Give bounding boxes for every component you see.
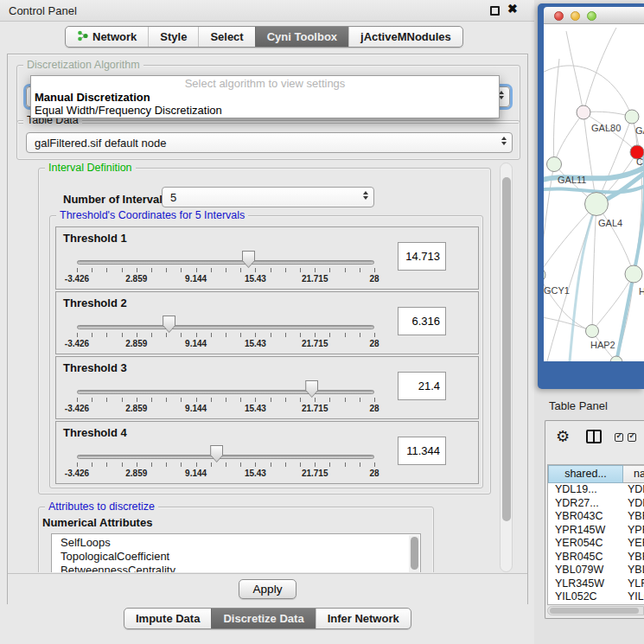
- apply-button[interactable]: Apply: [239, 579, 297, 599]
- node-h[interactable]: [625, 265, 642, 283]
- slider-track[interactable]: [77, 455, 374, 459]
- table-row[interactable]: YLR345WYLR345W: [548, 577, 644, 591]
- numerical-attributes-label: Numerical Attributes: [42, 516, 152, 529]
- column-header-name[interactable]: name: [623, 465, 644, 483]
- numerical-attributes-list[interactable]: SelfLoops TopologicalCoefficient Between…: [51, 533, 421, 572]
- number-of-intervals-combobox[interactable]: 5: [162, 187, 374, 207]
- scrollbar-thumb[interactable]: [550, 608, 639, 614]
- float-window-icon[interactable]: [490, 6, 500, 16]
- slider-thumb[interactable]: [210, 445, 223, 462]
- tab-network[interactable]: Network: [66, 27, 148, 47]
- threshold-3-value-field[interactable]: [398, 372, 446, 400]
- node-label: H: [639, 286, 644, 296]
- number-of-intervals-value: 5: [170, 191, 176, 204]
- table-row[interactable]: YPR145WYPR145W: [548, 524, 644, 538]
- slider-track[interactable]: [77, 390, 374, 394]
- slider-thumb[interactable]: [305, 380, 318, 398]
- select-all-checkbox-icon[interactable]: [628, 433, 636, 442]
- zoom-traffic-light-icon[interactable]: [587, 11, 596, 21]
- network-view-window[interactable]: GAL80 GA GAL11 GAL4 GCY1 H HAP2 C: [538, 3, 644, 389]
- node-hap2[interactable]: [586, 325, 599, 338]
- threshold-2-value-field[interactable]: [398, 307, 446, 335]
- close-icon[interactable]: ✖: [507, 2, 518, 16]
- tick-label: 9.144: [185, 469, 207, 478]
- close-traffic-light-icon[interactable]: [554, 11, 564, 21]
- tick-label: 21.715: [302, 469, 328, 478]
- threshold-1-panel: Threshold 1 -3.426 2.859 9.144 15.43 21.…: [55, 226, 479, 290]
- node-attribute-table: shared... name YDL19...YDL19 YDR27...YDR…: [547, 464, 644, 605]
- threshold-2-panel: Threshold 2 -3.426 2.859 9.144 15.43 21.…: [55, 291, 479, 354]
- table-data-combobox[interactable]: galFiltered.sif default node: [26, 132, 513, 153]
- network-window-titlebar[interactable]: [544, 7, 644, 24]
- threshold-4-value-field[interactable]: [398, 437, 446, 465]
- node-gal11[interactable]: [547, 157, 562, 172]
- tick-label: -3.426: [65, 274, 89, 284]
- column-header-shared-name[interactable]: shared...: [548, 465, 623, 483]
- network-graph: GAL80 GA GAL11 GAL4 GCY1 H HAP2 C: [544, 24, 644, 361]
- table-row[interactable]: YBR043CYBR043C: [548, 510, 644, 524]
- minimize-traffic-light-icon[interactable]: [571, 11, 580, 21]
- list-item[interactable]: BetweennessCentrality: [52, 564, 420, 572]
- tick-label: 2.859: [125, 274, 147, 284]
- tick-label: 2.859: [125, 404, 147, 413]
- threshold-4-label: Threshold 4: [63, 426, 127, 439]
- node-ga[interactable]: [625, 110, 639, 124]
- tab-discretize-data[interactable]: Discretize Data: [211, 609, 315, 628]
- table-row[interactable]: YIL052CYIL052C: [548, 590, 644, 604]
- tab-jactivemnodules[interactable]: jActiveMNodules: [348, 27, 462, 47]
- node-gal4[interactable]: [585, 193, 609, 216]
- tab-style[interactable]: Style: [148, 27, 198, 47]
- list-item[interactable]: TopologicalCoefficient: [52, 550, 420, 564]
- tab-select[interactable]: Select: [198, 27, 254, 47]
- settings-scrollbar[interactable]: [500, 163, 513, 572]
- network-canvas[interactable]: GAL80 GA GAL11 GAL4 GCY1 H HAP2 C: [544, 24, 644, 361]
- control-panel-header: Control Panel ✖: [0, 0, 534, 22]
- network-node-labels: GAL80 GA GAL11 GAL4 GCY1 H HAP2 C: [544, 123, 644, 350]
- table-row[interactable]: YER054CYER054C: [548, 537, 644, 551]
- node-gal80[interactable]: [577, 105, 590, 119]
- table-row[interactable]: YDR27...YDR27: [548, 497, 644, 511]
- scrollbar-thumb[interactable]: [502, 177, 511, 521]
- tick-label: -3.426: [65, 469, 89, 478]
- dropdown-item-equal-width-frequency[interactable]: Equal Width/Frequency Discretization: [31, 104, 499, 117]
- node-label: HAP2: [590, 340, 615, 350]
- table-row[interactable]: YBR045CYBR045C: [548, 551, 644, 564]
- control-panel-title: Control Panel: [9, 0, 77, 22]
- list-scrollbar[interactable]: [409, 535, 419, 572]
- threshold-1-value-field[interactable]: [398, 242, 446, 271]
- tick-label: 15.43: [245, 274, 266, 284]
- list-item[interactable]: SelfLoops: [52, 534, 420, 550]
- table-row[interactable]: YBL079WYBL079W: [548, 564, 644, 577]
- tick-label: 21.715: [302, 404, 328, 413]
- tab-impute-data[interactable]: Impute Data: [124, 609, 211, 628]
- tab-network-label: Network: [92, 30, 137, 43]
- table-row[interactable]: YDL19...YDL19: [548, 483, 644, 497]
- tab-cyni-toolbox[interactable]: Cyni Toolbox: [255, 27, 348, 47]
- slider-thumb[interactable]: [242, 251, 255, 268]
- tick-label: 21.715: [302, 274, 328, 284]
- node-gcy1[interactable]: [544, 268, 545, 282]
- slider-track[interactable]: [77, 260, 374, 265]
- select-columns-checkbox-icon[interactable]: [615, 433, 623, 442]
- dropdown-item-manual-discretization[interactable]: Manual Discretization: [31, 91, 499, 104]
- tick-label: 28: [369, 274, 379, 284]
- slider-track[interactable]: [77, 325, 374, 329]
- tick-label: 9.144: [185, 339, 207, 348]
- table-panel-title: Table Panel: [549, 399, 608, 412]
- node-label: GAL80: [591, 123, 621, 133]
- slider-thumb[interactable]: [163, 316, 175, 333]
- settings-scroll-area: Interval Definition Number of Intervals …: [12, 163, 498, 572]
- tick-label: 15.43: [245, 469, 266, 478]
- tick-label: 2.859: [125, 339, 147, 348]
- gear-icon[interactable]: ⚙: [556, 427, 570, 446]
- column-layout-icon[interactable]: [586, 430, 602, 443]
- dropdown-hint: Select algorithm to view settings: [31, 76, 499, 91]
- table-data-selected-value: galFiltered.sif default node: [35, 137, 166, 150]
- threshold-coordinates-group: Threshold's Coordinates for 5 Intervals …: [49, 215, 483, 488]
- table-horizontal-scrollbar[interactable]: [547, 606, 644, 615]
- tick-label: -3.426: [65, 404, 89, 413]
- tab-infer-network[interactable]: Infer Network: [316, 609, 411, 628]
- discretization-algorithm-group-title: Discretization Algorithm: [23, 59, 143, 71]
- control-panel-tabs: Network Style Select Cyni Toolbox jActiv…: [65, 26, 463, 48]
- tick-label: 21.715: [302, 339, 328, 348]
